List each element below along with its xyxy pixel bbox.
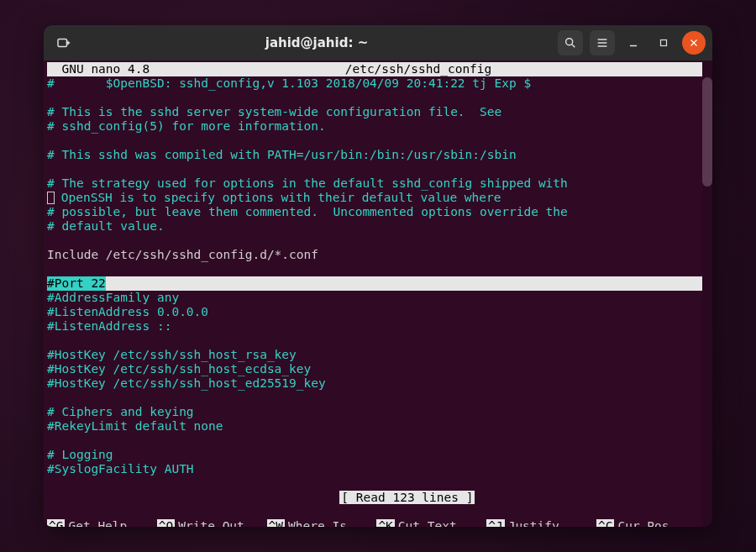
editor-line: #SyslogFacility AUTH	[47, 462, 709, 476]
new-tab-icon[interactable]	[50, 30, 76, 55]
svg-rect-0	[58, 39, 67, 47]
editor-line: #ListenAddress ::	[47, 319, 709, 334]
editor-line: #ListenAddress 0.0.0.0	[47, 305, 709, 319]
nano-header: GNU nano 4.8 /etc/ssh/sshd_config	[47, 62, 709, 76]
minimize-button[interactable]	[622, 31, 645, 55]
search-icon[interactable]	[558, 30, 583, 55]
editor-line	[47, 134, 709, 148]
editor-line: # This sshd was compiled with PATH=/usr/…	[47, 148, 709, 162]
editor-line: # possible, but leave them commented. Un…	[47, 205, 709, 219]
editor-line	[47, 91, 709, 105]
editor-selected-line: #Port 22	[47, 276, 709, 291]
maximize-button[interactable]	[652, 31, 675, 55]
terminal-scrollbar[interactable]	[702, 60, 712, 527]
editor-line: # $OpenBSD: sshd_config,v 1.103 2018/04/…	[47, 76, 709, 91]
editor-line	[47, 334, 709, 348]
selection-highlight: #Port 22	[47, 276, 106, 291]
editor-line	[47, 234, 709, 248]
editor-line	[47, 162, 709, 176]
editor-line: # The strategy used for options in the d…	[47, 176, 709, 191]
shortcut-cut[interactable]: ^KCut Text	[376, 519, 486, 527]
editor-line: #HostKey /etc/ssh/ssh_host_rsa_key	[47, 348, 709, 362]
nano-app-label: GNU nano 4.8	[47, 62, 150, 76]
editor-line: # This is the sshd server system-wide co…	[47, 105, 709, 119]
editor-line: #AddressFamily any	[47, 291, 709, 305]
nano-shortcut-bar: ^GGet Help ^OWrite Out ^WWhere Is ^KCut …	[47, 519, 709, 527]
terminal-window: jahid@jahid: ~ GNU nano 4.8	[44, 25, 712, 527]
editor-line: Include /etc/ssh/sshd_config.d/*.conf	[47, 248, 709, 262]
terminal-viewport[interactable]: GNU nano 4.8 /etc/ssh/sshd_config # $Ope…	[44, 60, 712, 527]
nano-file-path: /etc/ssh/sshd_config	[345, 62, 492, 76]
editor-line	[47, 262, 709, 276]
editor-line	[47, 434, 709, 448]
editor-line: #HostKey /etc/ssh/ssh_host_ed25519_key	[47, 376, 709, 391]
svg-rect-9	[661, 40, 667, 46]
close-button[interactable]	[682, 31, 706, 55]
shortcut-help[interactable]: ^GGet Help	[47, 519, 157, 527]
editor-line: #RekeyLimit default none	[47, 419, 709, 434]
shortcut-justify[interactable]: ^JJustify	[486, 519, 596, 527]
editor-line	[47, 391, 709, 405]
shortcut-whereis[interactable]: ^WWhere Is	[267, 519, 377, 527]
editor-line: # Logging	[47, 448, 709, 462]
svg-line-4	[572, 45, 575, 48]
editor-line: OpenSSH is to specify options with their…	[47, 191, 709, 205]
shortcut-writeout[interactable]: ^OWrite Out	[157, 519, 267, 527]
editor-line: # Ciphers and keying	[47, 405, 709, 419]
svg-point-3	[566, 39, 573, 45]
shortcut-row: ^GGet Help ^OWrite Out ^WWhere Is ^KCut …	[47, 519, 709, 527]
editor-line: #HostKey /etc/ssh/ssh_host_ecdsa_key	[47, 362, 709, 376]
window-title: jahid@jahid: ~	[81, 35, 553, 50]
scrollbar-thumb[interactable]	[702, 77, 712, 187]
editor-line: # sshd_config(5) for more information.	[47, 119, 709, 134]
editor-line: # default value.	[47, 219, 709, 234]
shortcut-curpos[interactable]: ^CCur Pos	[596, 519, 706, 527]
nano-status: [ Read 123 lines ]	[47, 476, 709, 519]
menu-icon[interactable]	[590, 30, 615, 55]
titlebar: jahid@jahid: ~	[44, 25, 712, 60]
